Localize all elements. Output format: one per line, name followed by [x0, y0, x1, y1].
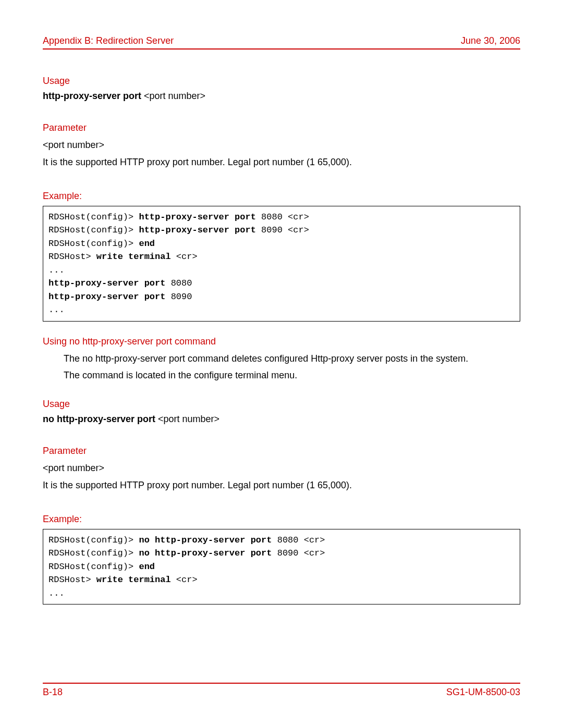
parameter-heading-2: Parameter	[43, 446, 520, 456]
parameter-block: <port number> It is the supported HTTP p…	[43, 138, 520, 170]
usage-arg-2: <port number>	[158, 414, 219, 424]
usage-syntax-2: no http-proxy-server port <port number>	[43, 414, 520, 425]
example-code-2: RDSHost(config)> no http-proxy-server po…	[43, 529, 520, 605]
parameter-desc-2: It is the supported HTTP proxy port numb…	[43, 478, 520, 493]
usage-syntax: http-proxy-server port <port number>	[43, 91, 520, 102]
code-text: RDSHost>	[48, 252, 96, 262]
code-text: RDSHost(config)>	[48, 239, 139, 249]
code-text: 8080	[165, 278, 192, 288]
code-text: 8090 <cr>	[256, 225, 309, 235]
code-text: 8080 <cr>	[272, 535, 325, 545]
page-header: Appendix B: Redirection Server June 30, …	[43, 35, 520, 50]
parameter-desc: It is the supported HTTP proxy port numb…	[43, 155, 520, 170]
code-text: RDSHost(config)>	[48, 535, 139, 545]
usage-heading-2: Usage	[43, 399, 520, 410]
code-bold: http-proxy-server port	[48, 292, 165, 302]
page-footer: B-18 SG1-UM-8500-03	[43, 683, 520, 698]
footer-doc-id: SG1-UM-8500-03	[446, 687, 520, 698]
code-text: 8080 <cr>	[256, 212, 309, 222]
page: Appendix B: Redirection Server June 30, …	[0, 0, 563, 728]
example-heading-2: Example:	[43, 514, 520, 525]
code-text: RDSHost(config)>	[48, 548, 139, 558]
subsection-heading: Using no http-proxy-server port command	[43, 336, 520, 347]
header-date: June 30, 2006	[461, 35, 520, 46]
parameter-name: <port number>	[43, 138, 520, 153]
footer-page-number: B-18	[43, 687, 63, 698]
usage-arg: <port number>	[144, 91, 205, 101]
parameter-name-2: <port number>	[43, 461, 520, 476]
code-bold: no http-proxy-server port	[139, 548, 272, 558]
code-text: RDSHost(config)>	[48, 562, 139, 572]
usage-heading: Usage	[43, 76, 520, 87]
code-bold: http-proxy-server port	[48, 278, 165, 288]
subsection-body: The no http-proxy-server port command de…	[64, 351, 520, 384]
code-bold: end	[139, 239, 155, 249]
example-heading: Example:	[43, 191, 520, 202]
code-bold: write terminal	[96, 252, 171, 262]
code-text: ...	[48, 305, 65, 315]
code-text: 8090	[165, 292, 192, 302]
code-bold: http-proxy-server port	[139, 212, 255, 222]
example-code: RDSHost(config)> http-proxy-server port …	[43, 206, 520, 322]
subsection-para: The command is located in the configure …	[64, 368, 520, 383]
code-text: <cr>	[171, 575, 198, 585]
code-text: <cr>	[171, 252, 198, 262]
code-text: RDSHost>	[48, 575, 96, 585]
code-bold: no http-proxy-server port	[139, 535, 272, 545]
subsection-para: The no http-proxy-server port command de…	[64, 351, 520, 366]
code-text: ...	[48, 588, 65, 598]
code-text: 8090 <cr>	[272, 548, 325, 558]
usage-command-2: no http-proxy-server port	[43, 414, 158, 424]
usage-command: http-proxy-server port	[43, 91, 144, 101]
code-bold: write terminal	[96, 575, 171, 585]
code-text: RDSHost(config)>	[48, 225, 139, 235]
code-bold: http-proxy-server port	[139, 225, 255, 235]
parameter-heading: Parameter	[43, 122, 520, 133]
header-left: Appendix B: Redirection Server	[43, 35, 174, 46]
parameter-block-2: <port number> It is the supported HTTP p…	[43, 461, 520, 493]
code-text: RDSHost(config)>	[48, 212, 139, 222]
code-bold: end	[139, 562, 155, 572]
code-text: ...	[48, 265, 65, 275]
